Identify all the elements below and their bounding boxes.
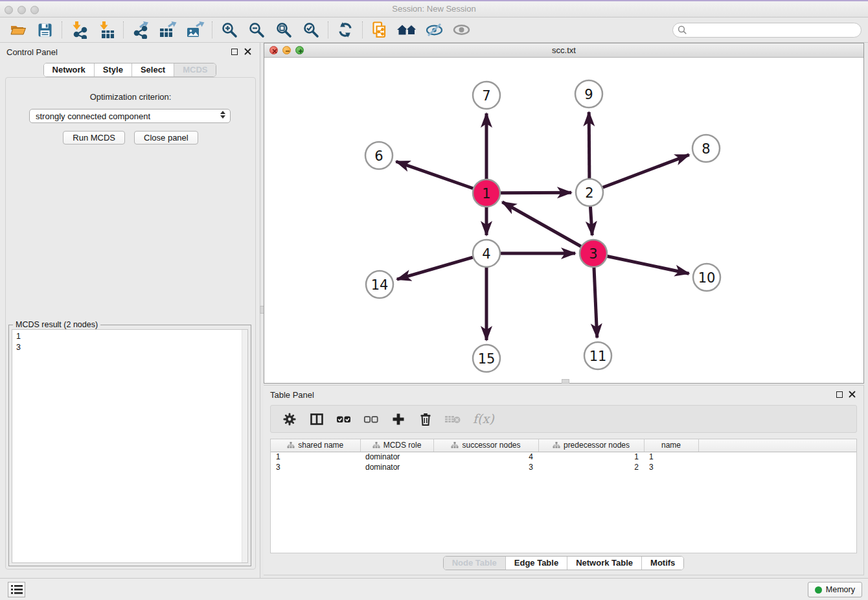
network-home-button[interactable] [393,19,420,41]
frame-close-button[interactable] [269,46,278,54]
export-network-button[interactable] [127,19,154,41]
toolbar-separator [212,21,212,38]
column-header-name[interactable]: name [644,439,698,452]
run-mcds-button[interactable]: Run MCDS [63,131,125,144]
node-table: shared nameMCDS rolesuccessor nodesprede… [271,439,856,472]
import-table-button[interactable] [93,19,120,41]
select-all-columns-button[interactable] [336,411,352,428]
zoom-out-button[interactable] [243,19,270,41]
column-header-shared-name[interactable]: shared name [271,439,360,452]
zoom-out-icon [248,21,265,38]
mcds-result-box[interactable]: 1 3 [12,329,248,563]
svg-text:2: 2 [585,185,593,201]
delete-columns-button[interactable] [417,411,434,428]
mcds-result-group: MCDS result (2 nodes) 1 3 [8,325,251,566]
edge-2-3[interactable] [590,207,592,235]
toolbar-separator [62,21,62,38]
list-icon [10,584,23,595]
ndex-share-button[interactable] [366,19,393,41]
control-panel-tabs: Network Style Select MCDS [43,63,217,77]
tab-node-table[interactable]: Node Table [444,557,506,570]
graph-node-9[interactable]: 9 [575,80,602,108]
edge-1-6[interactable] [396,161,473,189]
tab-mcds[interactable]: MCDS [174,63,216,76]
graph-node-7[interactable]: 7 [473,82,500,109]
table-row[interactable]: 3dominator323 [271,462,856,472]
unchecked-boxes-icon [363,412,379,426]
tab-style[interactable]: Style [95,63,132,76]
tab-network[interactable]: Network [44,63,95,76]
function-builder-button-disabled: f(x) [472,411,500,428]
split-pane-grip[interactable] [562,379,569,384]
apply-layout-button[interactable] [332,19,359,41]
open-folder-icon [9,21,27,38]
column-header-MCDS-role[interactable]: MCDS role [360,439,433,452]
close-panel-button[interactable]: Close panel [134,131,198,144]
edge-3-10[interactable] [608,257,689,274]
criterion-dropdown[interactable]: strongly connected component [29,109,231,123]
search-container [672,23,862,38]
node-table-header-row: shared nameMCDS rolesuccessor nodesprede… [271,439,856,452]
zoom-in-icon [221,21,238,38]
close-table-panel-icon[interactable] [849,391,856,398]
search-input[interactable] [672,23,862,38]
import-network-button[interactable] [65,19,93,41]
network-canvas[interactable]: 7968124314101511 [264,58,863,383]
frame-maximize-button[interactable] [295,46,304,54]
edge-1-2[interactable] [501,192,571,193]
window-close-button[interactable] [5,6,13,14]
graph-node-6[interactable]: 6 [365,142,393,169]
column-header-successor-nodes[interactable]: successor nodes [433,439,538,452]
graph-node-10[interactable]: 10 [693,264,720,291]
graph-node-8[interactable]: 8 [692,135,720,162]
window-zoom-button[interactable] [30,6,39,14]
show-all-button[interactable] [448,19,475,41]
export-image-button[interactable] [181,19,209,41]
float-table-panel-icon[interactable] [836,391,843,398]
column-header-predecessor-nodes[interactable]: predecessor nodes [538,439,644,452]
window-minimize-button[interactable] [17,6,26,14]
tab-edge-table[interactable]: Edge Table [506,557,567,570]
open-session-button[interactable] [4,19,31,41]
graph-node-1[interactable]: 1 [473,179,500,207]
graph-node-2[interactable]: 2 [576,179,603,206]
graph-node-11[interactable]: 11 [584,342,611,369]
zoom-selected-button[interactable] [297,19,325,41]
result-scrollbar[interactable] [242,330,247,562]
zoom-fit-button[interactable] [270,19,297,41]
tab-network-table[interactable]: Network Table [567,557,642,570]
network-frame-titlebar[interactable]: scc.txt [264,43,863,58]
task-history-button[interactable] [8,582,25,597]
export-table-button[interactable] [154,19,181,41]
edge-2-9[interactable] [589,112,589,178]
edge-4-14[interactable] [397,257,473,279]
graph-node-14[interactable]: 14 [366,271,393,298]
edge-3-11[interactable] [594,268,597,338]
graph-node-3[interactable]: 3 [580,240,607,267]
table-settings-button[interactable] [281,411,298,428]
edge-2-8[interactable] [603,155,689,187]
svg-text:f(x): f(x) [473,411,495,426]
deselect-all-columns-button[interactable] [363,411,380,428]
edge-3-1[interactable] [502,202,580,246]
frame-minimize-button[interactable] [282,46,291,54]
tab-motifs[interactable]: Motifs [642,557,683,570]
close-panel-icon[interactable] [244,48,251,55]
svg-text:14: 14 [371,277,389,293]
graph-node-15[interactable]: 15 [473,345,500,372]
dropdown-stepper-icon [220,111,225,119]
graph-node-4[interactable]: 4 [473,240,500,267]
hide-selected-button[interactable] [420,19,448,41]
import-network-icon [70,21,88,39]
window-controls [5,6,39,14]
import-table-icon [97,21,115,39]
float-panel-icon[interactable] [231,49,238,55]
save-session-button[interactable] [31,19,58,41]
table-row[interactable]: 1dominator411 [271,452,856,462]
create-column-button[interactable] [390,411,407,428]
tab-select[interactable]: Select [132,63,174,76]
zoom-in-button[interactable] [216,19,243,41]
criterion-value: strongly connected component [36,111,150,121]
split-view-button[interactable] [308,411,325,428]
memory-button[interactable]: Memory [808,582,862,597]
